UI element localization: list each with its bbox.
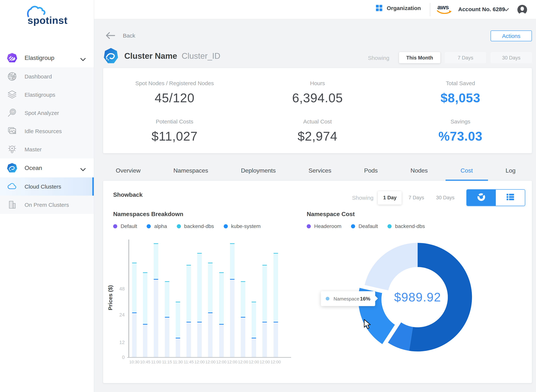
tab-cost[interactable]: Cost: [461, 160, 473, 181]
bar-segment-upper: [132, 263, 137, 313]
bar-segment-upper: [252, 302, 256, 337]
donut-center-value: $989.92: [394, 290, 441, 304]
chevron-down-icon[interactable]: [504, 8, 509, 12]
table-view-icon: [505, 193, 515, 202]
y-tick-label: 48: [108, 286, 125, 292]
namespaces-breakdown-chart[interactable]: Prices ($) 012244810:3010:4511:0011:1511…: [103, 181, 312, 383]
tab-services[interactable]: Services: [308, 160, 332, 181]
idle-resources-icon: [7, 126, 17, 136]
bar-segment-upper: [241, 281, 245, 317]
bar-segment-upper: [197, 253, 202, 322]
donut-tooltip: Namespace 16%: [321, 291, 375, 306]
bar-segment-upper: [273, 253, 278, 322]
bar-segment-lower: [230, 279, 234, 357]
spot-analyzer-icon: $: [7, 108, 17, 118]
legend-dot-icon: [351, 224, 355, 228]
bar-segment-lower: [165, 317, 169, 357]
legend-item-backend-dbs: backend-dbs: [388, 223, 425, 229]
svg-text:$: $: [13, 77, 14, 80]
sidebar-item-cloud-clusters[interactable]: Cloud Clusters: [0, 177, 94, 196]
range-button-7-days[interactable]: 7 Days: [445, 52, 486, 63]
sidebar-item-master[interactable]: Master: [0, 140, 94, 159]
sidebar-item-dashboard[interactable]: %$ Dashboard: [0, 67, 94, 85]
y-axis-line: [128, 239, 129, 357]
tab-log[interactable]: Log: [506, 160, 516, 181]
cluster-stats-card: Spot Nodes / Registered Nodes 45/120 Hou…: [103, 68, 532, 153]
main-content: Back Cluster Name Cluster_ID Actions Sho…: [94, 19, 536, 392]
sidebar-item-spot-analyzer[interactable]: $ Spot Analyzer: [0, 104, 94, 122]
bar-segment-lower: [252, 337, 256, 357]
bar-segment-upper: [208, 263, 213, 313]
cluster-id: Cluster_ID: [182, 51, 220, 61]
chevron-down-icon: [81, 56, 85, 63]
stat-savings: Savings %73.03: [389, 111, 532, 149]
range-button-30-days[interactable]: 30 Days: [491, 52, 532, 63]
showback-card: Showback Showing 1 Day7 Days30 Days Name…: [103, 181, 532, 383]
cluster-tabs: OverviewNamespacesDeploymentsServicesPod…: [103, 160, 532, 181]
tab-nodes[interactable]: Nodes: [411, 160, 428, 181]
bar-segment-upper: [186, 265, 191, 322]
sidebar-nav: Elastigroup %$ Dashboard Elastigroups $ …: [0, 48, 94, 214]
tooltip-value: 16%: [360, 296, 370, 302]
user-avatar[interactable]: [517, 5, 527, 14]
bar-segment-upper: [230, 243, 234, 279]
bar-segment-lower: [176, 337, 180, 357]
bar-segment-upper: [219, 272, 223, 324]
account-selector[interactable]: Account No. 6289: [458, 6, 505, 12]
y-tick-label: 0: [108, 355, 125, 360]
sidebar: spotinst Elastigroup %$ Dashboard Elasti…: [0, 0, 94, 392]
organization-grid-icon: [376, 5, 382, 11]
tab-deployments[interactable]: Deployments: [241, 160, 276, 181]
header-range-switcher: Showing This Month7 Days30 Days: [368, 52, 532, 63]
stat-hours: Hours 6,394.05: [246, 73, 389, 111]
y-tick-label: 12: [108, 340, 125, 345]
dashboard-icon: %$: [7, 71, 17, 81]
topbar-divider: [430, 3, 430, 16]
mouse-cursor-icon: [364, 319, 371, 330]
showback-showing-label: Showing: [352, 195, 374, 201]
svg-text:$: $: [12, 110, 14, 113]
showback-range-30-days[interactable]: 30 Days: [431, 191, 460, 204]
stat-total-saved: Total Saved $8,053: [389, 73, 532, 111]
elastigroup-hexagon-icon: [7, 53, 17, 63]
bar-segment-lower: [186, 322, 191, 357]
range-button-this-month[interactable]: This Month: [399, 52, 440, 63]
stat-actual-cost: Actual Cost $2,974: [246, 111, 389, 149]
tab-overview[interactable]: Overview: [116, 160, 141, 181]
tab-pods[interactable]: Pods: [364, 160, 378, 181]
tab-namespaces[interactable]: Namespaces: [173, 160, 208, 181]
sidebar-section-elastigroup[interactable]: Elastigroup: [0, 48, 94, 67]
sidebar-item-elastigroups[interactable]: Elastigroups: [0, 85, 94, 104]
tooltip-label: Namespace: [333, 296, 359, 301]
back-button[interactable]: Back: [105, 32, 135, 39]
actions-button[interactable]: Actions: [491, 31, 532, 41]
chart-view-toggle: [466, 189, 525, 206]
bar-segment-upper: [176, 302, 180, 337]
showback-range-1-day[interactable]: 1 Day: [378, 191, 402, 204]
y-tick-label: 24: [108, 312, 125, 318]
view-toggle-table-view-icon[interactable]: [496, 190, 525, 206]
bar-segment-lower: [208, 313, 213, 357]
namespace-cost-title: Namespace Cost: [307, 211, 355, 218]
bar-segment-upper: [143, 272, 147, 324]
cloud-icon: [7, 182, 17, 191]
showback-range-7-days[interactable]: 7 Days: [403, 191, 429, 204]
bar-segment-lower: [154, 279, 158, 357]
view-toggle-donut-chart-icon[interactable]: [467, 190, 496, 206]
organization-button[interactable]: Organization: [376, 5, 421, 11]
chevron-down-icon: [81, 166, 85, 173]
sidebar-item-idle-resources[interactable]: Idle Resources: [0, 122, 94, 140]
sidebar-section-ocean[interactable]: Ocean: [0, 159, 94, 177]
back-label: Back: [123, 32, 135, 39]
brand-name: spotinst: [28, 15, 67, 26]
spotinst-logo[interactable]: spotinst: [26, 5, 74, 28]
sidebar-item-on-prem-clusters[interactable]: On Prem Clusters: [0, 196, 94, 214]
legend-item-deafault: Deafault: [351, 223, 378, 229]
aws-smile-icon: [437, 10, 453, 15]
legend-item-headeroom: Headeroom: [307, 223, 341, 229]
ocean-hexagon-icon: [7, 163, 17, 173]
organization-label: Organization: [387, 5, 421, 11]
bar-segment-upper: [263, 265, 267, 322]
master-icon: [7, 144, 17, 154]
ocean-cluster-icon: [104, 48, 118, 64]
